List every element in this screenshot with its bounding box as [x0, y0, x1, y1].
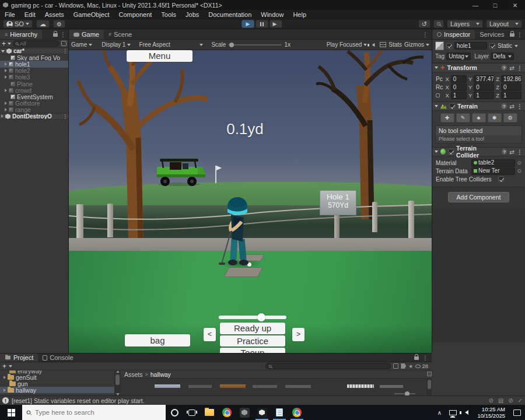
component-menu-icon[interactable]: ⋮	[517, 149, 523, 155]
network-button[interactable]	[446, 405, 460, 420]
bag-button[interactable]: bag	[125, 334, 190, 346]
cloud-button[interactable]: ☁	[36, 20, 50, 28]
chevron-down-icon[interactable]	[8, 43, 11, 45]
position-z-field[interactable]: 192.86	[501, 75, 522, 83]
notifications-muted-icon[interactable]: ⊘	[488, 397, 493, 404]
folder-hallway[interactable]: hallway	[0, 387, 114, 393]
project-search-box[interactable]	[265, 363, 391, 369]
presets-icon[interactable]: ⇄	[509, 148, 514, 155]
collapsed-arrow-icon[interactable]	[1, 114, 4, 118]
panel-menu-icon[interactable]: ⋮	[422, 32, 428, 38]
game-viewport[interactable]: Hole 1 570Yd	[69, 50, 432, 353]
scale-slider[interactable]	[228, 44, 282, 46]
hierarchy-item-sky-and-fog[interactable]: Sky and Fog Vo	[0, 54, 68, 61]
step-button[interactable]: ▶	[270, 20, 282, 28]
collapsed-arrow-icon[interactable]	[5, 102, 7, 105]
terrain-data-object-field[interactable]: New Ter	[471, 167, 515, 175]
collapsed-arrow-icon[interactable]	[5, 75, 7, 79]
collapsed-arrow-icon[interactable]	[5, 108, 7, 111]
hierarchy-item-hole3[interactable]: hole3	[0, 74, 68, 80]
tab-scene[interactable]: # Scene	[104, 30, 136, 39]
tab-game[interactable]: Game	[69, 30, 104, 39]
menu-file[interactable]: File	[0, 11, 20, 18]
terrain-enabled-checkbox[interactable]	[449, 103, 455, 109]
hierarchy-item-golfstore[interactable]: Golfstore	[0, 100, 68, 107]
hierarchy-item-eventsystem[interactable]: EventSystem	[0, 93, 68, 100]
terrain-trees-tool-button[interactable]: ♣	[472, 113, 486, 123]
next-arrow-button[interactable]: >	[292, 328, 304, 341]
tree-colliders-checkbox[interactable]	[498, 176, 504, 182]
menu-assets[interactable]: Assets	[40, 11, 69, 18]
task-view-button[interactable]	[183, 405, 201, 420]
display-target-dropdown[interactable]: Game	[71, 41, 92, 48]
search-by-type-icon[interactable]	[393, 363, 398, 369]
static-checkbox[interactable]	[489, 43, 495, 49]
position-x-field[interactable]: 0	[451, 75, 467, 83]
object-picker-icon[interactable]: ⊙	[517, 160, 522, 166]
asset-thumbnail[interactable]	[380, 385, 403, 388]
help-icon[interactable]: ?	[501, 65, 507, 71]
scale-x-field[interactable]: 1	[451, 92, 467, 99]
tab-project[interactable]: Project	[0, 354, 38, 362]
status-message[interactable]: [reset1] Static variables reset on edito…	[12, 397, 145, 404]
tag-dropdown[interactable]: Untag	[446, 52, 471, 60]
transform-header[interactable]: ✛ Transform ? ⇄ ⋮	[432, 63, 525, 72]
notepad-button[interactable]	[271, 405, 288, 420]
scale-y-field[interactable]: 1	[474, 92, 494, 99]
hierarchy-item-crowd[interactable]: crowd	[0, 87, 68, 93]
collapsed-arrow-icon[interactable]	[5, 69, 7, 72]
add-object-button[interactable]: +	[2, 41, 6, 47]
terrain-collider-header[interactable]: Terrain Collider ? ⇄ ⋮	[432, 147, 525, 156]
search-button[interactable]	[433, 20, 444, 28]
stats-button[interactable]: Stats	[388, 41, 402, 48]
folder-gensuit[interactable]: genSuit	[0, 374, 114, 381]
help-icon[interactable]: ?	[502, 149, 507, 155]
folder-entryway[interactable]: entryway	[0, 370, 114, 374]
asset-thumbnail[interactable]	[285, 385, 311, 388]
component-menu-icon[interactable]: ⋮	[517, 65, 523, 71]
breadcrumb-assets[interactable]: Assets	[124, 371, 143, 378]
ready-up-button[interactable]: Ready up	[220, 323, 285, 334]
component-menu-icon[interactable]: ⋮	[517, 103, 523, 110]
display-dropdown[interactable]: Display 1	[102, 41, 131, 48]
breadcrumb-current[interactable]: hallway	[150, 371, 171, 378]
lock-icon[interactable]	[414, 356, 419, 360]
hierarchy-item-range[interactable]: range	[0, 107, 68, 113]
scene-menu-icon[interactable]: ⋮	[62, 113, 68, 120]
hierarchy-item-hole2[interactable]: hole2	[0, 68, 68, 74]
menu-component[interactable]: Component	[114, 11, 156, 18]
hierarchy-scene-row[interactable]: car* ⋮	[0, 48, 68, 54]
cortana-button[interactable]	[166, 405, 183, 420]
terrain-neighbor-tool-button[interactable]: ✚	[440, 113, 454, 123]
menu-documentation[interactable]: Documentation	[204, 11, 256, 18]
layout-dropdown[interactable]: Layout	[486, 20, 522, 28]
account-button[interactable]: SO	[3, 20, 33, 28]
asset-thumbnail[interactable]	[347, 384, 374, 388]
tab-console[interactable]: Console	[38, 354, 78, 362]
chrome-running-button[interactable]	[288, 405, 306, 420]
presets-icon[interactable]: ⇄	[509, 103, 514, 110]
asset-thumbnail[interactable]	[155, 384, 180, 388]
hierarchy-item-hole1[interactable]: hole1	[0, 61, 68, 67]
aspect-dropdown[interactable]: Free Aspect	[139, 41, 203, 48]
add-component-button[interactable]: Add Component	[448, 192, 510, 202]
hierarchy-search-box[interactable]	[13, 40, 60, 47]
volume-button[interactable]	[460, 405, 474, 420]
layer-dropdown[interactable]: Defa	[491, 52, 514, 60]
chevron-down-icon[interactable]	[9, 365, 12, 368]
menu-tools[interactable]: Tools	[156, 11, 181, 18]
minimize-button[interactable]: —	[466, 2, 485, 9]
close-button[interactable]: ✕	[505, 2, 525, 9]
scale-link-icon[interactable]	[436, 93, 443, 97]
vsync-grid-icon[interactable]	[380, 42, 386, 47]
collapsed-arrow-icon[interactable]	[5, 89, 7, 92]
thumbnail-size-slider[interactable]	[394, 393, 415, 394]
menu-button[interactable]: Menu	[127, 50, 192, 62]
terrain-settings-tool-button[interactable]: ⚙	[503, 113, 517, 123]
collapsed-arrow-icon[interactable]	[5, 62, 7, 66]
rotation-z-field[interactable]: 0	[501, 83, 522, 91]
layers-dropdown[interactable]: Layers	[447, 20, 483, 28]
hierarchy-search-input[interactable]	[20, 40, 57, 47]
folder-scrollbar[interactable]	[114, 370, 121, 396]
panel-menu-icon[interactable]: ⋮	[517, 32, 523, 38]
